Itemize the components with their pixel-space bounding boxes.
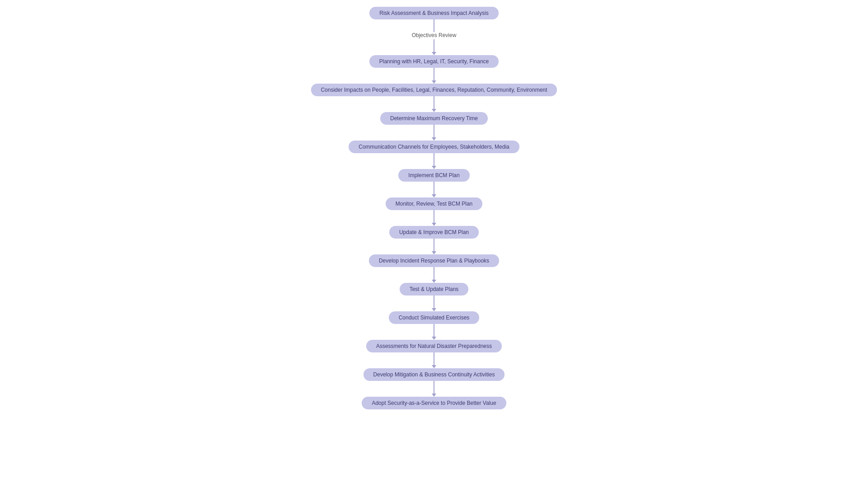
step-7: Monitor, Review, Test BCM Plan [386, 197, 483, 210]
node-mitigation[interactable]: Develop Mitigation & Business Continuity… [363, 368, 505, 381]
line [434, 182, 434, 194]
node-test-update[interactable]: Test & Update Plans [400, 283, 469, 296]
connector-12 [432, 352, 436, 368]
arrow-8 [432, 251, 436, 254]
arrow-12 [432, 365, 436, 368]
arrow-10 [432, 308, 436, 311]
node-communication[interactable]: Communication Channels for Employees, St… [349, 141, 519, 153]
arrow-11 [432, 337, 436, 340]
step-2: Planning with HR, Legal, IT, Security, F… [369, 55, 499, 68]
node-recovery-time[interactable]: Determine Maximum Recovery Time [380, 112, 488, 125]
step-14: Adopt Security-as-a-Service to Provide B… [362, 397, 506, 409]
node-monitor-bcm[interactable]: Monitor, Review, Test BCM Plan [386, 197, 483, 210]
line [434, 96, 434, 109]
arrow-13 [432, 394, 436, 397]
step-13: Develop Mitigation & Business Continuity… [363, 368, 505, 381]
line [434, 296, 434, 308]
connector-13 [432, 381, 436, 397]
connector-label-1: Objectives Review [412, 32, 457, 38]
step-4: Determine Maximum Recovery Time [380, 112, 488, 125]
connector-2 [432, 68, 436, 84]
arrow-1 [432, 52, 436, 55]
node-incident-response[interactable]: Develop Incident Response Plan & Playboo… [369, 254, 499, 267]
arrow-5 [432, 166, 436, 169]
step-1: Risk Assessment & Business Impact Analys… [369, 7, 498, 19]
connector-8 [432, 239, 436, 254]
arrow-3 [432, 109, 436, 112]
step-12: Assessments for Natural Disaster Prepare… [366, 340, 502, 352]
node-risk-assessment[interactable]: Risk Assessment & Business Impact Analys… [369, 7, 498, 19]
connector-10 [432, 296, 436, 311]
arrow-6 [432, 194, 436, 197]
connector-5 [432, 153, 436, 169]
connector-11 [432, 324, 436, 340]
line [434, 210, 434, 223]
connector-7 [432, 210, 436, 226]
flowchart: Risk Assessment & Business Impact Analys… [0, 5, 868, 409]
arrow-4 [432, 137, 436, 141]
line [434, 19, 434, 32]
connector-3 [432, 96, 436, 112]
line [434, 153, 434, 166]
connector-1: Objectives Review [412, 19, 457, 55]
node-planning[interactable]: Planning with HR, Legal, IT, Security, F… [369, 55, 499, 68]
step-8: Update & Improve BCM Plan [389, 226, 479, 239]
node-security-service[interactable]: Adopt Security-as-a-Service to Provide B… [362, 397, 506, 409]
step-10: Test & Update Plans [400, 283, 469, 296]
line [434, 324, 434, 337]
node-update-bcm[interactable]: Update & Improve BCM Plan [389, 226, 479, 239]
line [434, 239, 434, 251]
step-5: Communication Channels for Employees, St… [349, 141, 519, 153]
line [434, 352, 434, 365]
arrow-9 [432, 280, 436, 283]
connector-9 [432, 267, 436, 283]
connector-4 [432, 125, 436, 141]
node-impacts[interactable]: Consider Impacts on People, Facilities, … [311, 84, 557, 96]
connector-6 [432, 182, 436, 197]
line [434, 381, 434, 394]
arrow-7 [432, 223, 436, 226]
step-3: Consider Impacts on People, Facilities, … [311, 84, 557, 96]
node-implement-bcm[interactable]: Implement BCM Plan [398, 169, 469, 182]
node-simulated-exercises[interactable]: Conduct Simulated Exercises [389, 311, 480, 324]
node-disaster-preparedness[interactable]: Assessments for Natural Disaster Prepare… [366, 340, 502, 352]
arrow-2 [432, 80, 436, 84]
step-11: Conduct Simulated Exercises [389, 311, 480, 324]
step-9: Develop Incident Response Plan & Playboo… [369, 254, 499, 267]
line-2 [434, 39, 434, 52]
line [434, 125, 434, 137]
line [434, 68, 434, 80]
line [434, 267, 434, 280]
step-6: Implement BCM Plan [398, 169, 469, 182]
